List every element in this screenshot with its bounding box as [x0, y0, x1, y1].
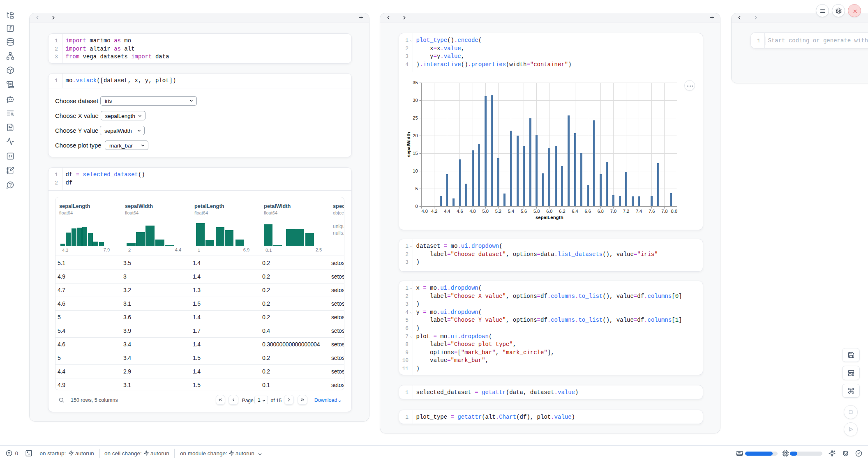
svg-text:15: 15: [413, 151, 418, 156]
svg-text:sepalWidth: sepalWidth: [406, 132, 411, 157]
svg-text:5.0: 5.0: [482, 209, 489, 214]
svg-text:4.2: 4.2: [431, 209, 437, 214]
svg-text:4.0: 4.0: [422, 209, 428, 214]
svg-text:8.0: 8.0: [671, 209, 677, 214]
svg-text:4.8: 4.8: [469, 209, 476, 214]
svg-text:30: 30: [413, 98, 418, 103]
svg-text:6.2: 6.2: [559, 209, 565, 214]
svg-text:20: 20: [413, 133, 418, 138]
svg-text:5.6: 5.6: [521, 209, 527, 214]
svg-text:5: 5: [415, 186, 418, 191]
svg-text:6.4: 6.4: [572, 209, 578, 214]
svg-text:7.4: 7.4: [636, 209, 642, 214]
svg-text:25: 25: [413, 115, 418, 120]
svg-text:7.6: 7.6: [649, 209, 655, 214]
svg-text:5.4: 5.4: [508, 209, 514, 214]
svg-text:6.0: 6.0: [546, 209, 552, 214]
svg-text:sepalLength: sepalLength: [536, 215, 563, 220]
svg-text:7.2: 7.2: [623, 209, 629, 214]
svg-text:35: 35: [413, 80, 418, 85]
svg-text:6.6: 6.6: [585, 209, 591, 214]
svg-text:4.4: 4.4: [444, 209, 450, 214]
svg-text:6.8: 6.8: [598, 209, 604, 214]
svg-text:5.8: 5.8: [533, 209, 540, 214]
svg-text:5.2: 5.2: [495, 209, 501, 214]
svg-text:0: 0: [415, 204, 418, 209]
svg-text:10: 10: [413, 168, 418, 173]
svg-text:7.0: 7.0: [610, 209, 616, 214]
svg-text:7.8: 7.8: [661, 209, 667, 214]
svg-text:4.6: 4.6: [457, 209, 463, 214]
